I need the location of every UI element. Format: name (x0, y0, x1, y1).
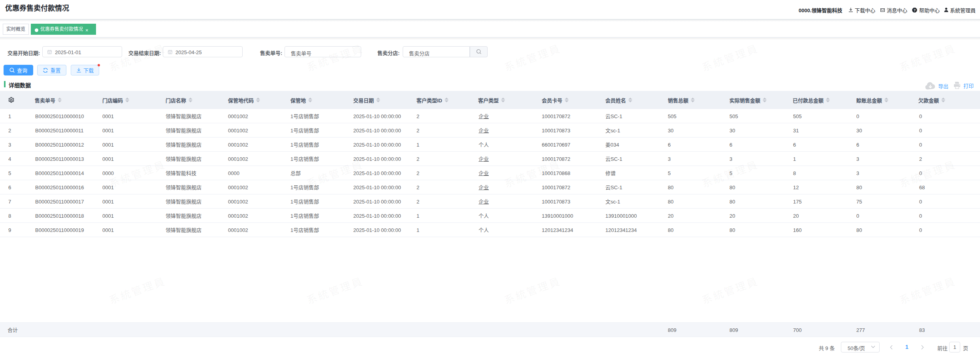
svg-text:?: ? (914, 8, 916, 12)
